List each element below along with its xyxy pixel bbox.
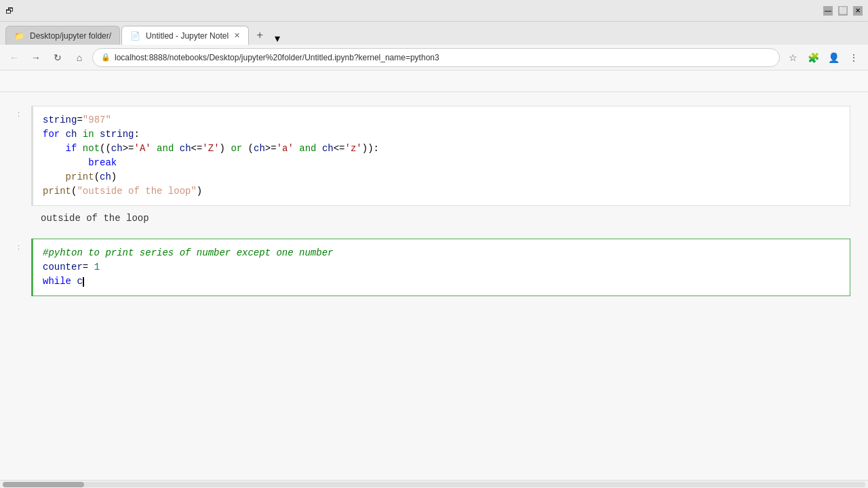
scrollbar-area — [0, 480, 868, 488]
address-bar-container: 🔒 — [92, 48, 780, 67]
home-button[interactable]: ⌂ — [71, 49, 88, 66]
cell-1: : string="987" for ch in string: if not(… — [18, 106, 850, 206]
close-button[interactable]: ✕ — [853, 6, 863, 16]
scrollbar-track[interactable] — [3, 482, 865, 487]
tabs-bar: 📁 Desktop/jupyter folder/ 📄 Untitled - J… — [0, 22, 868, 45]
cell-1-code[interactable]: string="987" for ch in string: if not((c… — [31, 106, 850, 206]
window-icon: 🗗 — [5, 6, 14, 16]
toolbar — [0, 70, 868, 92]
extensions-icon[interactable]: 🧩 — [804, 49, 822, 66]
cell-1-body[interactable]: string="987" for ch in string: if not((c… — [31, 106, 850, 206]
output-1-text: outside of the loop — [31, 209, 850, 228]
cell-2-body[interactable]: #pyhton to print series of number except… — [31, 239, 850, 296]
cell-1-label: : — [18, 110, 20, 118]
window-controls[interactable]: — ⬜ ✕ — [823, 6, 863, 16]
account-icon[interactable]: 👤 — [825, 49, 842, 66]
back-button[interactable]: ← — [5, 49, 23, 66]
bookmark-icon[interactable]: ☆ — [784, 49, 802, 66]
cell-1-gutter: : — [18, 106, 31, 206]
menu-icon[interactable]: ⋮ — [845, 49, 863, 66]
content-area: : string="987" for ch in string: if not(… — [0, 92, 868, 480]
cell-2: : #pyhton to print series of number exce… — [18, 239, 850, 296]
tab-folder-icon: 📁 — [14, 31, 24, 41]
address-input[interactable] — [115, 53, 771, 62]
output-cell-1-gutter — [18, 209, 31, 228]
title-bar: 🗗 — ⬜ ✕ — [0, 0, 868, 22]
restore-button[interactable]: ⬜ — [838, 6, 848, 16]
new-tab-button[interactable]: + — [250, 26, 269, 45]
forward-button[interactable]: → — [27, 49, 45, 66]
output-cell-1: outside of the loop — [18, 209, 850, 228]
tab-jupyter-label: Untitled - Jupyter Notel — [146, 31, 229, 41]
cell-2-gutter: : — [18, 239, 31, 296]
refresh-button[interactable]: ↻ — [49, 49, 66, 66]
tab-jupyter-icon: 📄 — [130, 31, 140, 41]
cell-2-label: : — [18, 243, 20, 251]
tab-jupyter[interactable]: 📄 Untitled - Jupyter Notel ✕ — [121, 26, 249, 45]
nav-bar: ← → ↻ ⌂ 🔒 ☆ 🧩 👤 ⋮ — [0, 45, 868, 70]
title-bar-controls: 🗗 — [5, 6, 14, 16]
lock-icon: 🔒 — [101, 53, 111, 62]
tab-dropdown-button[interactable]: ▾ — [271, 32, 284, 45]
tab-close-button[interactable]: ✕ — [234, 31, 240, 40]
nav-icons: ☆ 🧩 👤 ⋮ — [784, 49, 863, 66]
tab-folder-label: Desktop/jupyter folder/ — [30, 31, 111, 41]
output-cell-1-body: outside of the loop — [31, 209, 850, 228]
tab-folder[interactable]: 📁 Desktop/jupyter folder/ — [5, 26, 120, 45]
minimize-button[interactable]: — — [823, 6, 833, 16]
browser-frame: 🗗 — ⬜ ✕ 📁 Desktop/jupyter folder/ 📄 Unti… — [0, 0, 868, 488]
notebook: : string="987" for ch in string: if not(… — [7, 106, 861, 296]
cell-2-code[interactable]: #pyhton to print series of number except… — [31, 239, 850, 296]
scrollbar-thumb[interactable] — [3, 482, 84, 487]
